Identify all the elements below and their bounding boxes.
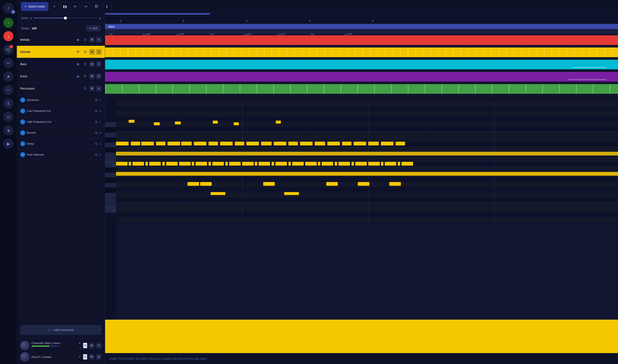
expand-btn[interactable]: ›	[11, 10, 15, 14]
info-button[interactable]: ℹ	[103, 2, 111, 11]
sidebar-dollar-btn[interactable]: $	[3, 98, 13, 108]
sidebar-star-btn[interactable]: ★	[3, 71, 13, 81]
piano-key-g3	[105, 188, 116, 193]
instrument-volume[interactable]	[32, 346, 59, 347]
low-freq-copy-icon[interactable]: ⧉	[95, 109, 97, 113]
svg-rect-91	[166, 162, 178, 166]
high-freq-copy-icon[interactable]: ⧉	[95, 120, 97, 124]
sidebar-discord-btn[interactable]: ◈	[3, 125, 13, 135]
track-row[interactable]: Melody ◉ ⚙ M S	[17, 34, 105, 46]
pencil-button[interactable]: ✏	[71, 2, 80, 11]
extra-mute-button[interactable]: M	[89, 74, 95, 79]
undo-button[interactable]: ↩	[81, 2, 90, 11]
extra-visibility-icon[interactable]: ◉	[75, 73, 81, 79]
bass-track-row[interactable]: Bass ◉ ⚙ M S	[17, 58, 105, 70]
instrument-dropdown-icon[interactable]: ▼	[78, 341, 81, 345]
bars-button[interactable]: ▮▮	[61, 2, 69, 11]
chords-solo-button[interactable]: S	[96, 49, 102, 55]
bass-visibility-icon[interactable]: ◉	[75, 61, 81, 67]
percussion-track-row[interactable]: Percussion ⚙ M S	[17, 82, 105, 95]
sidebar-add-btn[interactable]: +	[3, 18, 13, 28]
low-freq-power-btn[interactable]: ⏻	[20, 108, 25, 114]
instrument-mute-btn[interactable]: M	[89, 343, 94, 348]
pad-knob[interactable]	[20, 352, 29, 362]
zoom-up-icon[interactable]: ▴	[99, 16, 101, 20]
reverb-graph-icon[interactable]: ∿	[99, 131, 102, 134]
pad-gear-icon[interactable]: ⚙	[83, 354, 87, 360]
sidebar-clock-btn[interactable]: ⊙	[3, 112, 13, 122]
reverb-copy-icon[interactable]: ⧉	[95, 131, 97, 135]
extra-track-row[interactable]: Extra ◉ ⚙ M S	[17, 70, 105, 82]
chords-eye-icon[interactable]: 👁	[75, 49, 81, 55]
sidebar-midi-btn[interactable]: 🎼 !	[3, 45, 13, 55]
staccato-power-btn[interactable]: ⏻	[20, 152, 25, 157]
piano-grid-area[interactable]	[116, 101, 618, 319]
sidebar-pen-btn[interactable]: ✏	[3, 58, 13, 68]
dynamics-copy-icon[interactable]: ⧉	[95, 98, 97, 102]
arrange-chords-track[interactable]	[105, 46, 618, 58]
delay-power-btn[interactable]: ⏻	[20, 141, 25, 146]
svg-rect-118	[116, 172, 618, 176]
bass-gear-icon[interactable]: ⚙	[82, 61, 88, 67]
tempo-value: 100	[32, 27, 37, 30]
bass-solo-button[interactable]: S	[96, 61, 102, 67]
track-list: Melody ◉ ⚙ M S Chords 👁 ⚙ M S	[17, 34, 105, 95]
zoom-down-icon[interactable]: ▴	[30, 16, 32, 20]
arrange-bass-track	[105, 58, 618, 71]
staccato-copy-icon[interactable]: ⧉	[95, 153, 97, 156]
percussion-gear-icon[interactable]: ⚙	[82, 86, 88, 91]
settings-icon[interactable]: ⚙	[82, 37, 88, 43]
instrument-solo-btn[interactable]: S	[96, 343, 102, 348]
low-freq-graph-icon[interactable]: ∿	[99, 109, 102, 113]
instrument-gear-icon[interactable]: ⚙	[83, 343, 87, 348]
reverb-power-btn[interactable]: ⏻	[20, 130, 25, 135]
pad-mute-btn[interactable]: M	[89, 354, 94, 360]
edit-button[interactable]: ✏ Edit	[86, 25, 101, 31]
dynamics-power-btn[interactable]: ⏻	[20, 98, 25, 103]
pad-solo-btn[interactable]: S	[96, 354, 102, 360]
add-button[interactable]: +	[50, 2, 59, 11]
solo-button[interactable]: S	[96, 37, 102, 42]
mute-button[interactable]: M	[89, 37, 95, 42]
sidebar-play-btn[interactable]: ▶	[3, 139, 13, 149]
link-button[interactable]: ⛓	[92, 2, 101, 11]
sidebar-piano-btn[interactable]: ♩	[3, 31, 13, 41]
toolbar: ↖ Select mode + ▮▮ ✏ ↩ ⛓ ℹ	[17, 0, 618, 13]
extra-gear-icon[interactable]: ⚙	[82, 73, 88, 79]
extra-solo-button[interactable]: S	[96, 74, 102, 79]
piano-roll-inner: C4 C3	[105, 101, 618, 319]
select-mode-button[interactable]: ↖ Select mode	[21, 2, 48, 11]
zoom-slider[interactable]	[34, 18, 97, 18]
svg-rect-89	[149, 162, 161, 166]
dynamics-graph-icon[interactable]: ∿	[99, 98, 102, 102]
chords-track-row[interactable]: Chords 👁 ⚙ M S	[17, 46, 105, 58]
add-instrument-label: + Add instrument	[52, 328, 74, 332]
left-panel: Zoom ▴ ▴ Tempo: 100 ✏ Edit Melody	[17, 13, 105, 364]
svg-rect-107	[318, 162, 320, 166]
svg-rect-86	[129, 162, 131, 166]
visibility-icon[interactable]: ◉	[75, 37, 81, 43]
logo-icon: ♪	[7, 5, 10, 11]
bass-mute-button[interactable]: M	[89, 61, 95, 67]
staccato-graph-icon[interactable]: ∿	[99, 153, 102, 156]
chords-gear-icon[interactable]: ⚙	[82, 49, 88, 55]
delay-copy-icon[interactable]: ⧉	[95, 142, 97, 146]
chords-pattern	[105, 48, 618, 57]
delay-graph-icon[interactable]: ∿	[99, 142, 102, 145]
right-panel: 1 2 3 4 5 Intro Fm Fmadd2 Fma	[105, 13, 618, 364]
chords-mute-button[interactable]: M	[89, 49, 95, 55]
extra-fill	[105, 72, 618, 81]
add-instrument-button[interactable]: + + Add instrument	[20, 325, 102, 335]
instrument-knob[interactable]	[20, 341, 29, 350]
svg-rect-63	[131, 142, 140, 145]
percussion-mute-button[interactable]: M	[89, 86, 95, 91]
high-freq-graph-icon[interactable]: ∿	[99, 120, 102, 124]
percussion-solo-button[interactable]: S	[96, 86, 102, 91]
high-freq-power-btn[interactable]: ⏻	[20, 119, 25, 124]
pad-name: Pad 07 | Sustain	[32, 355, 77, 359]
svg-rect-77	[315, 142, 325, 145]
sidebar-wave-btn[interactable]: 〜	[3, 85, 13, 95]
svg-rect-120	[200, 182, 212, 186]
pad-dropdown-icon[interactable]: ▼	[79, 355, 81, 358]
svg-rect-110	[338, 162, 350, 166]
